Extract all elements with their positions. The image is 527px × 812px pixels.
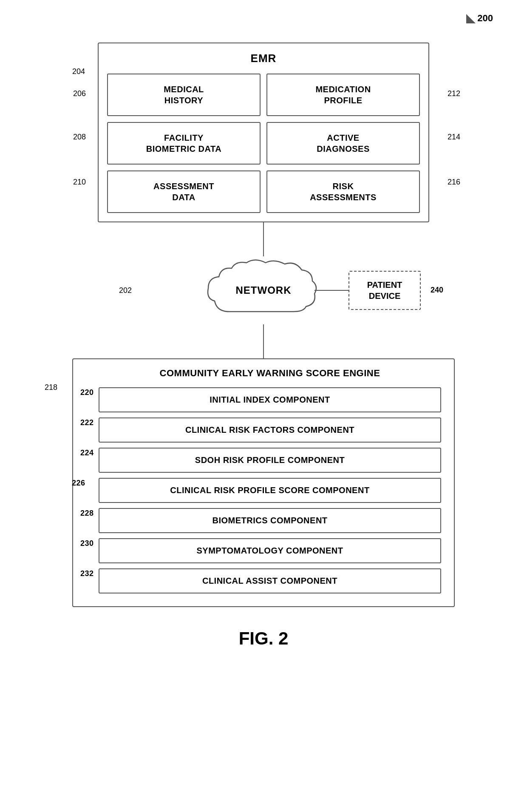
ref-230-label: 230	[80, 539, 94, 548]
cews-component-clinical-assist: 232 CLINICAL ASSIST COMPONENT	[99, 568, 441, 593]
ref-232-label: 232	[80, 569, 94, 578]
cews-components: 220 INITIAL INDEX COMPONENT 222 CLINICAL…	[99, 387, 441, 593]
cews-component-initial-index: 220 INITIAL INDEX COMPONENT	[99, 387, 441, 412]
emr-grid: MEDICALHISTORY MEDICATIONPROFILE FACILIT…	[107, 74, 420, 213]
patient-device-box: PATIENTDEVICE 240	[348, 271, 421, 310]
cews-title: COMMUNITY EARLY WARNING SCORE ENGINE	[99, 368, 441, 379]
connector-network-cews	[263, 324, 264, 358]
emr-cell-risk-assessments: RISKASSESSMENTS	[266, 170, 420, 213]
ref-214: 214	[448, 133, 460, 142]
ref-216: 216	[448, 178, 460, 187]
ref-218: 218	[45, 383, 57, 392]
emr-outer-box: EMR 206 208 210 212 214 216 MEDICALHISTO…	[98, 43, 429, 222]
cews-component-sdoh: 224 SDOH RISK PROFILE COMPONENT	[99, 448, 441, 473]
ref-206: 206	[73, 89, 86, 98]
ref-222-label: 222	[80, 418, 94, 427]
emr-cell-facility-biometric: FACILITYBIOMETRIC DATA	[107, 122, 261, 165]
cews-component-symptomatology: 230 SYMPTOMATOLOGY COMPONENT	[99, 538, 441, 563]
emr-title: EMR	[107, 52, 420, 65]
cews-section: 218 COMMUNITY EARLY WARNING SCORE ENGINE…	[72, 358, 455, 607]
ref-240: 240	[431, 285, 443, 295]
cloud-shape: NETWORK	[204, 256, 323, 324]
ref-226-label: 226	[72, 479, 85, 488]
figure-number-200: 200	[466, 13, 493, 24]
network-label: NETWORK	[236, 284, 292, 296]
ref-228-label: 228	[80, 509, 94, 518]
ref-202: 202	[119, 286, 132, 295]
network-section: 202 NETWORK PATIENTDEVICE 240	[98, 256, 429, 324]
ref-208: 208	[73, 133, 86, 142]
connector-cloud-patient	[314, 290, 348, 291]
cews-component-clinical-risk-profile-score: 226 CLINICAL RISK PROFILE SCORE COMPONEN…	[99, 478, 441, 503]
connector-emr-network	[263, 222, 264, 256]
ref-220-label: 220	[80, 388, 94, 397]
emr-cell-medication-profile: MEDICATIONPROFILE	[266, 74, 420, 116]
ref-224-label: 224	[80, 449, 94, 457]
emr-section: 204 EMR 206 208 210 212 214 216 MEDICALH…	[98, 43, 429, 222]
cews-component-clinical-risk-factors: 222 CLINICAL RISK FACTORS COMPONENT	[99, 417, 441, 443]
emr-cell-medical-history: MEDICALHISTORY	[107, 74, 261, 116]
emr-cell-assessment-data: ASSESSMENTDATA	[107, 170, 261, 213]
ref-204: 204	[72, 67, 85, 76]
ref-210: 210	[73, 178, 86, 187]
ref-212: 212	[448, 89, 460, 98]
cews-component-biometrics: 228 BIOMETRICS COMPONENT	[99, 508, 441, 533]
cews-outer-box: COMMUNITY EARLY WARNING SCORE ENGINE 220…	[72, 358, 455, 607]
figure-label: FIG. 2	[239, 628, 289, 649]
page: 200 204 EMR 206 208 210 212 214 216 MEDI…	[0, 0, 527, 812]
cloud-container: 202 NETWORK PATIENTDEVICE 240	[98, 256, 429, 324]
emr-cell-active-diagnoses: ACTIVEDIAGNOSES	[266, 122, 420, 165]
